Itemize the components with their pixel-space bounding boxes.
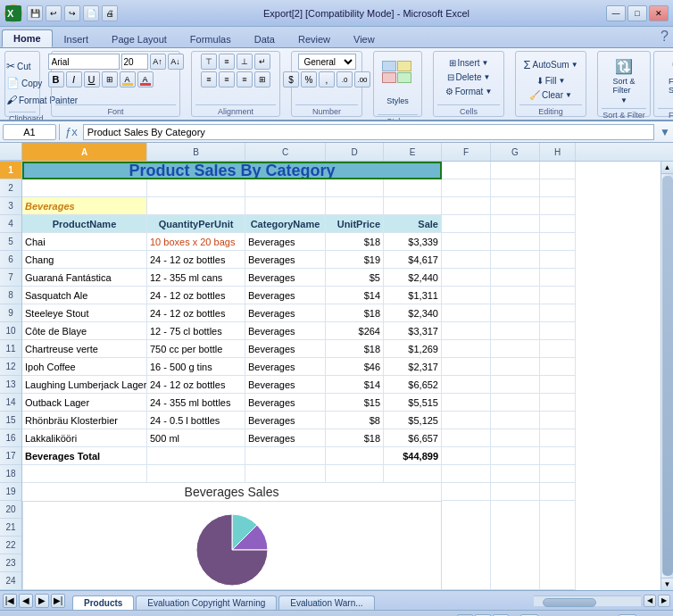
cell-H14[interactable] <box>540 394 576 412</box>
cell-F5[interactable] <box>442 233 491 251</box>
sheet-last-btn[interactable]: ▶| <box>51 594 65 608</box>
scroll-up-btn[interactable]: ▲ <box>661 162 674 174</box>
font-name-input[interactable] <box>48 54 120 70</box>
cell-E3[interactable] <box>384 197 442 215</box>
col-header-E[interactable]: E <box>384 143 442 161</box>
horizontal-scrollbar[interactable] <box>534 595 641 606</box>
cell-B12[interactable]: 16 - 500 g tins <box>147 358 245 376</box>
row-header-9[interactable]: 9 <box>0 304 21 322</box>
cell-C14[interactable]: Beverages <box>245 394 326 412</box>
cell-A4[interactable]: ProductName <box>22 215 147 233</box>
cell-C7[interactable]: Beverages <box>245 269 326 287</box>
cell-A8[interactable]: Sasquatch Ale <box>22 287 147 304</box>
cell-B10[interactable]: 12 - 75 cl bottles <box>147 322 245 340</box>
sheet-tab-eval-copyright[interactable]: Evaluation Copyright Warning <box>136 595 277 610</box>
cell-H18[interactable] <box>540 465 576 483</box>
row-header-20[interactable]: 20 <box>0 501 21 519</box>
cell-G16[interactable] <box>491 429 540 447</box>
cell-reference-input[interactable] <box>3 124 56 140</box>
font-color-button[interactable]: A <box>137 71 154 87</box>
row-header-5[interactable]: 5 <box>0 233 21 251</box>
row-header-14[interactable]: 14 <box>0 394 21 412</box>
fill-color-button[interactable]: A <box>120 71 136 87</box>
cell-D17[interactable] <box>326 447 384 465</box>
cell-D3[interactable] <box>326 197 384 215</box>
cell-G13[interactable] <box>491 376 540 394</box>
cell-C12[interactable]: Beverages <box>245 358 326 376</box>
wrap-text-btn[interactable]: ↵ <box>254 54 270 70</box>
tab-insert[interactable]: Insert <box>53 30 101 47</box>
row-header-24[interactable]: 24 <box>0 572 21 590</box>
row-header-21[interactable]: 21 <box>0 519 21 537</box>
increase-decimal-btn[interactable]: .0 <box>336 71 353 87</box>
cell-C18[interactable] <box>245 465 326 483</box>
row-header-17[interactable]: 17 <box>0 447 21 465</box>
cell-F9[interactable] <box>442 304 491 322</box>
cell-B2[interactable] <box>147 179 245 197</box>
cell-F2[interactable] <box>442 179 491 197</box>
redo-quick-btn[interactable]: ↪ <box>64 5 80 21</box>
cell-D2[interactable] <box>326 179 384 197</box>
cell-H13[interactable] <box>540 376 576 394</box>
cell-A2[interactable] <box>22 179 147 197</box>
cell-G11[interactable] <box>491 340 540 358</box>
cell-C6[interactable]: Beverages <box>245 251 326 269</box>
print-quick-btn[interactable]: 🖨 <box>102 5 118 21</box>
cell-G8[interactable] <box>491 287 540 304</box>
undo-quick-btn[interactable]: ↩ <box>46 5 62 21</box>
maximize-button[interactable]: □ <box>627 5 647 21</box>
col-header-B[interactable]: B <box>147 143 245 161</box>
cell-A7[interactable]: Guaraná Fantástica <box>22 269 147 287</box>
cell-H9[interactable] <box>540 304 576 322</box>
cell-C3[interactable] <box>245 197 326 215</box>
close-button[interactable]: ✕ <box>649 5 669 21</box>
cell-H19[interactable] <box>540 483 576 501</box>
cell-E10[interactable]: $3,317 <box>384 322 442 340</box>
row-header-4[interactable]: 4 <box>0 215 21 233</box>
cell-A10[interactable]: Côte de Blaye <box>22 322 147 340</box>
cell-B11[interactable]: 750 cc per bottle <box>147 340 245 358</box>
cell-F14[interactable] <box>442 394 491 412</box>
row-header-8[interactable]: 8 <box>0 287 21 304</box>
cell-B16[interactable]: 500 ml <box>147 429 245 447</box>
cell-F16[interactable] <box>442 429 491 447</box>
sheet-first-btn[interactable]: |◀ <box>3 594 17 608</box>
cell-H2[interactable] <box>540 179 576 197</box>
cell-G14[interactable] <box>491 394 540 412</box>
cell-B8[interactable]: 24 - 12 oz bottles <box>147 287 245 304</box>
cell-H6[interactable] <box>540 251 576 269</box>
cell-H3[interactable] <box>540 197 576 215</box>
cell-E5[interactable]: $3,339 <box>384 233 442 251</box>
currency-btn[interactable]: $ <box>283 71 299 87</box>
vertical-scrollbar[interactable]: ▲ ▼ <box>661 162 673 590</box>
scroll-thumb[interactable] <box>662 176 673 576</box>
cell-H5[interactable] <box>540 233 576 251</box>
cell-E17[interactable]: $44,899 <box>384 447 442 465</box>
row-header-7[interactable]: 7 <box>0 269 21 287</box>
cell-H10[interactable] <box>540 322 576 340</box>
new-quick-btn[interactable]: 📄 <box>83 5 99 21</box>
cell-C10[interactable]: Beverages <box>245 322 326 340</box>
cell-D8[interactable]: $14 <box>326 287 384 304</box>
fill-btn[interactable]: ⬇ Fill ▼ <box>533 74 569 87</box>
align-right-btn[interactable]: ≡ <box>237 71 253 87</box>
cell-D4[interactable]: UnitPrice <box>326 215 384 233</box>
align-middle-btn[interactable]: ≡ <box>219 54 235 70</box>
col-header-G[interactable]: G <box>491 143 540 161</box>
increase-font-btn[interactable]: A↑ <box>150 54 166 70</box>
paste-button[interactable]: 📋 Paste <box>0 55 1 93</box>
row-header-22[interactable]: 22 <box>0 537 21 554</box>
cell-F12[interactable] <box>442 358 491 376</box>
cell-B5[interactable]: 10 boxes x 20 bags <box>147 233 245 251</box>
formula-input[interactable] <box>83 124 654 140</box>
cell-B6[interactable]: 24 - 12 oz bottles <box>147 251 245 269</box>
cell-F3[interactable] <box>442 197 491 215</box>
cell-D18[interactable] <box>326 465 384 483</box>
cell-B9[interactable]: 24 - 12 oz bottles <box>147 304 245 322</box>
sort-filter-btn[interactable]: 🔃Sort &Filter ▼ <box>609 56 638 106</box>
cell-D7[interactable]: $5 <box>326 269 384 287</box>
cell-F6[interactable] <box>442 251 491 269</box>
cell-G6[interactable] <box>491 251 540 269</box>
sheet-tab-products[interactable]: Products <box>72 595 134 610</box>
cell-E12[interactable]: $2,317 <box>384 358 442 376</box>
